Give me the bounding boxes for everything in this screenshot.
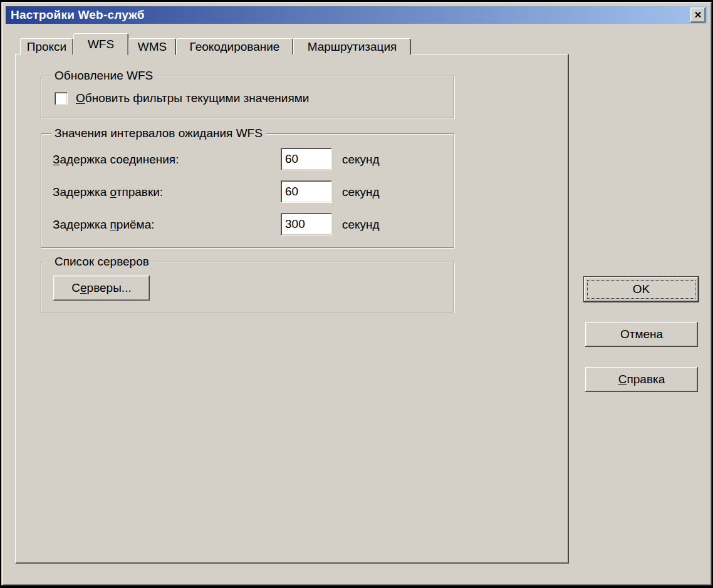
tab-label: Геокодирование [190,40,280,54]
label-pre: Задержка [53,218,110,231]
label-rest: правка [627,373,665,386]
close-icon: ✕ [694,9,702,21]
group-update-wfs: Обновление WFS Обновить фильтры текущими… [41,76,454,118]
label-rest: бновить фильтры текущими значениями [85,91,310,105]
group-title: Список серверов [51,255,152,268]
send-timeout-label: Задержка отправки: [53,180,163,204]
tab-geocoding[interactable]: Геокодирование [176,38,293,55]
receive-timeout-input[interactable] [281,213,332,235]
label-pre: С [71,281,80,294]
tab-label: WMS [138,40,167,54]
window-title: Настройки Web-служб [11,8,690,22]
label-rest: тправки: [117,185,163,199]
dialog-window: Настройки Web-служб ✕ Прокси WFS WMS Гео… [1,2,712,585]
mnemonic: С [618,373,627,386]
help-button-label: Справка [618,373,665,386]
receive-timeout-unit: секунд [342,213,380,237]
tab-wfs[interactable]: WFS [73,33,128,55]
connect-timeout-input[interactable] [281,148,332,170]
group-server-list: Список серверов Серверы... [41,262,454,312]
tab-wms[interactable]: WMS [128,38,176,55]
titlebar: Настройки Web-служб ✕ [6,6,707,24]
label-rest: рверы... [87,281,132,294]
label-rest: риёма: [117,218,155,231]
help-button[interactable]: Справка [585,367,698,392]
cancel-button-label: Отмена [620,328,663,341]
tab-routing[interactable]: Маршрутизация [293,38,411,55]
servers-button-label: Серверы... [71,281,131,295]
send-timeout-input[interactable] [281,180,332,203]
label-rest: адержка соединения: [60,153,179,166]
label-pre: Задержка [53,185,110,199]
tab-label: Маршрутизация [308,40,397,54]
cancel-button[interactable]: Отмена [585,322,698,347]
servers-button[interactable]: Серверы... [53,276,150,301]
mnemonic: п [110,218,117,231]
receive-timeout-label: Задержка приёма: [53,213,155,237]
connect-timeout-unit: секунд [342,148,380,172]
receive-timeout-row: Задержка приёма: секунд [53,213,441,237]
send-timeout-row: Задержка отправки: секунд [53,180,441,204]
mnemonic: З [53,153,60,166]
group-title: Обновление WFS [51,70,156,82]
mnemonic: О [76,91,85,105]
update-filters-checkbox[interactable] [55,92,68,105]
send-timeout-unit: секунд [342,180,380,204]
tab-bar: Прокси WFS WMS Геокодирование Маршрутиза… [20,33,411,55]
mnemonic: е [80,281,87,294]
tab-label: Прокси [27,40,66,54]
update-filters-label: Обновить фильтры текущими значениями [76,91,309,105]
connect-timeout-label: Задержка соединения: [53,148,179,172]
close-button[interactable]: ✕ [690,8,705,23]
group-title: Значения интервалов ожидания WFS [51,127,266,140]
mnemonic: о [110,185,117,199]
ok-button-label: OK [633,282,650,296]
tab-page-wfs: Обновление WFS Обновить фильтры текущими… [15,54,569,564]
tab-label: WFS [88,38,114,51]
tab-proxy[interactable]: Прокси [20,38,73,55]
update-filters-row: Обновить фильтры текущими значениями [55,91,309,106]
ok-button[interactable]: OK [583,276,699,302]
group-wfs-timeouts: Значения интервалов ожидания WFS Задержк… [41,133,454,248]
connect-timeout-row: Задержка соединения: секунд [53,148,441,172]
